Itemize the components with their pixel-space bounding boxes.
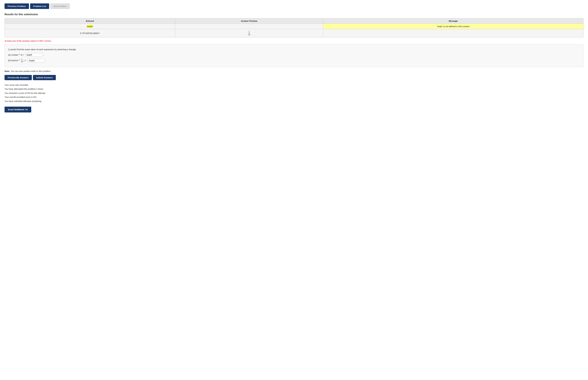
score-line-2: You have attempted this problem 2 times. bbox=[4, 87, 584, 91]
part-b-sup: −1 bbox=[18, 59, 20, 60]
score-line-1: Your score was recorded. bbox=[4, 83, 584, 87]
previous-problem-button[interactable]: Previous Problem bbox=[4, 3, 29, 9]
results-title: Results for this submission bbox=[4, 13, 584, 16]
note-text: You can earn partial credit on this prob… bbox=[11, 70, 51, 72]
message-cell-2 bbox=[323, 29, 583, 38]
part-b-frac-den: √5 bbox=[21, 60, 23, 63]
score-line-4: Your overall recorded score is 0%. bbox=[4, 95, 584, 99]
fraction-numerator: 1 bbox=[248, 31, 250, 33]
part-b-frac-num: 1 bbox=[21, 58, 23, 61]
note-section: Note: You can earn partial credit on thi… bbox=[4, 70, 584, 72]
problem-desc-text: Find the exact value of each expression … bbox=[17, 48, 76, 51]
preview-answers-button[interactable]: Preview My Answers bbox=[4, 75, 32, 80]
entered-cell-2: 0.707106781186547 bbox=[5, 29, 175, 38]
score-line-5: You have unlimited attempts remaining. bbox=[4, 99, 584, 103]
preview-cell-1 bbox=[175, 24, 323, 29]
nav-buttons: Previous Problem Problem List Next Probl… bbox=[4, 3, 584, 9]
table-row: 0.707106781186547 1 √2 bbox=[5, 29, 584, 38]
problem-part-a: (a) cos(tan−1 2) = . bbox=[8, 53, 580, 57]
col-header-entered: Entered bbox=[5, 18, 175, 24]
math-fraction: 1 √2 bbox=[248, 31, 250, 36]
note-label: Note: bbox=[4, 70, 10, 72]
action-buttons: Preview My Answers Submit Answers bbox=[4, 75, 584, 80]
fraction-denominator: √2 bbox=[248, 33, 250, 36]
score-line-3: You received a score of 0% for this atte… bbox=[4, 91, 584, 95]
submit-answers-button[interactable]: Submit Answers bbox=[33, 75, 56, 80]
part-b-label: (b) tan(cos−1 1 √5 ) = bbox=[8, 58, 26, 63]
part-a-label: (a) cos(tan−1 2) = bbox=[8, 53, 24, 57]
error-text: At least one of the answers above is NOT… bbox=[4, 40, 584, 42]
next-problem-button: Next Problem bbox=[50, 3, 70, 9]
col-header-preview: Answer Preview bbox=[175, 18, 323, 24]
table-row: ksqrt5 'ksqrt' is not defined in this co… bbox=[5, 24, 584, 29]
part-a-sup: −1 bbox=[18, 54, 20, 55]
score-info: Your score was recorded. You have attemp… bbox=[4, 83, 584, 103]
problem-part-b: (b) tan(cos−1 1 √5 ) = . bbox=[8, 58, 580, 63]
part-b-period: . bbox=[46, 58, 46, 63]
problem-points: (1 point) bbox=[8, 48, 16, 51]
message-cell-1: 'ksqrt' is not defined in this context bbox=[323, 24, 583, 29]
part-b-fraction: 1 √5 bbox=[21, 58, 23, 63]
part-b-input[interactable] bbox=[27, 59, 44, 62]
preview-cell-2: 1 √2 bbox=[175, 29, 323, 38]
entered-value-1: ksqrt5 bbox=[87, 25, 93, 28]
entered-cell-1: ksqrt5 bbox=[5, 24, 175, 29]
part-a-input[interactable] bbox=[25, 53, 42, 57]
problem-box: (1 point) Find the exact value of each e… bbox=[4, 44, 584, 67]
email-ta-button[interactable]: Email WeBWorK TA bbox=[4, 107, 31, 113]
col-header-message: Message bbox=[323, 18, 583, 24]
part-a-period: . bbox=[44, 53, 44, 57]
problem-list-button[interactable]: Problem List bbox=[30, 3, 49, 9]
problem-description: (1 point) Find the exact value of each e… bbox=[8, 47, 580, 52]
results-table: Entered Answer Preview Message ksqrt5 'k… bbox=[4, 18, 584, 38]
